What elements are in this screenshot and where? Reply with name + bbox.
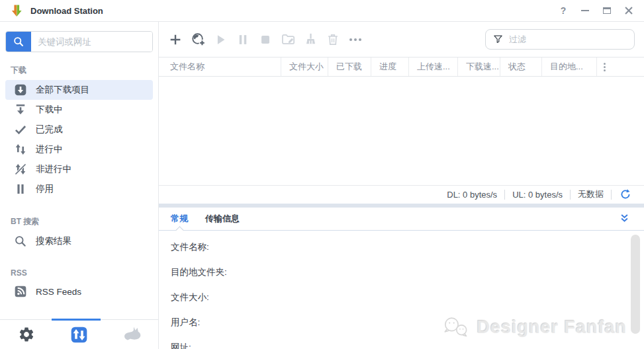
sidebar-item-completed[interactable]: 已完成 <box>5 120 153 139</box>
add-task-button[interactable] <box>164 28 187 51</box>
clear-completed-button[interactable] <box>299 28 322 51</box>
filter-funnel-icon <box>492 34 504 45</box>
sidebar-item-label: 非进行中 <box>36 163 71 175</box>
rss-icon <box>14 285 27 298</box>
search-button[interactable] <box>6 32 31 52</box>
column-header-download-speed[interactable]: 下载速... <box>458 58 500 76</box>
search-icon <box>14 235 27 248</box>
folder-edit-icon <box>281 32 296 47</box>
sidebar-item-search-results[interactable]: 搜索结果 <box>5 231 153 251</box>
sidebar: 下载 全部下载项目 <box>0 22 159 349</box>
column-header-destination[interactable]: 目的地... <box>542 58 597 76</box>
titlebar: Download Station ? <box>0 0 644 22</box>
table-header: 文件名称 文件大小 已下载 进度 上传速... 下载速... 状态 目的地... <box>159 57 644 77</box>
active-tab-indicator <box>52 319 101 321</box>
ul-speed: UL: 0 bytes/s <box>512 190 563 200</box>
download-square-icon <box>14 83 27 97</box>
sidebar-item-label: 全部下载项目 <box>36 84 89 96</box>
close-button[interactable] <box>623 5 635 17</box>
download-manager-icon <box>70 326 88 344</box>
toolbar <box>159 22 644 57</box>
minimize-button[interactable] <box>579 5 591 17</box>
section-bt-search: BT 搜索 <box>11 216 158 227</box>
delete-button[interactable] <box>322 28 344 51</box>
section-download: 下载 <box>11 65 158 76</box>
broom-icon <box>303 32 318 47</box>
tab-transfer-info[interactable]: 传输信息 <box>205 213 240 225</box>
sidebar-item-label: 停用 <box>36 183 54 195</box>
collapse-panel-button[interactable] <box>616 211 632 227</box>
field-destination-folder: 目的地文件夹: <box>171 266 644 278</box>
column-header-status[interactable]: 状态 <box>500 58 542 76</box>
filter-input[interactable] <box>509 34 627 44</box>
sidebar-item-rss-feeds[interactable]: RSS Feeds <box>5 282 153 301</box>
divider <box>504 190 505 200</box>
double-chevron-down-icon <box>618 212 631 225</box>
task-list[interactable] <box>159 77 644 185</box>
check-icon <box>14 123 27 136</box>
field-filename: 文件名称: <box>171 241 644 253</box>
divider <box>611 190 612 200</box>
detail-panel: 文件名称: 目的地文件夹: 文件大小: 用户名: 网址: 创建时间: <box>159 231 644 349</box>
vertical-scrollbar[interactable] <box>631 235 640 334</box>
plus-icon <box>168 32 183 47</box>
stop-button[interactable] <box>254 28 277 51</box>
more-actions-button[interactable] <box>344 28 367 51</box>
maximize-button[interactable] <box>601 5 613 17</box>
column-header-downloaded[interactable]: 已下载 <box>328 58 371 76</box>
maximize-icon <box>603 7 611 14</box>
download-manager-tab[interactable] <box>68 323 90 346</box>
column-settings-button[interactable] <box>597 58 644 76</box>
gear-icon <box>18 326 35 343</box>
play-icon <box>213 32 228 47</box>
sidebar-item-label: 已完成 <box>36 124 63 136</box>
search-icon <box>13 36 24 48</box>
sidebar-item-downloading[interactable]: 下载中 <box>5 100 153 120</box>
window-title: Download Station <box>30 6 103 16</box>
pause-icon <box>14 182 27 196</box>
close-icon <box>625 7 633 15</box>
divider <box>570 190 571 200</box>
column-header-upload-speed[interactable]: 上传速... <box>409 58 458 76</box>
sidebar-item-label: RSS Feeds <box>36 287 81 297</box>
detail-tabbar: 常规 传输信息 <box>159 208 644 231</box>
search-input[interactable] <box>31 32 153 52</box>
refresh-icon <box>620 188 631 200</box>
add-url-button[interactable] <box>187 28 209 51</box>
settings-tab[interactable] <box>15 323 38 346</box>
sidebar-item-active[interactable]: 进行中 <box>5 139 153 159</box>
sidebar-item-label: 搜索结果 <box>36 235 71 247</box>
emule-tab[interactable] <box>120 323 143 346</box>
stop-icon <box>258 32 273 47</box>
column-header-progress[interactable]: 进度 <box>371 58 409 76</box>
trash-icon <box>326 32 340 47</box>
resume-button[interactable] <box>209 28 232 51</box>
sidebar-item-all-downloads[interactable]: 全部下载项目 <box>5 80 153 100</box>
sidebar-bottom-tabs <box>0 319 158 349</box>
field-filesize: 文件大小: <box>171 291 644 303</box>
dl-speed: DL: 0 bytes/s <box>447 190 497 200</box>
download-station-app-icon <box>9 3 24 18</box>
field-username: 用户名: <box>171 317 644 329</box>
ellipsis-icon <box>349 38 361 41</box>
download-station-window: Download Station ? 下载 <box>0 0 644 349</box>
refresh-button[interactable] <box>619 188 632 201</box>
sidebar-item-inactive[interactable]: 非进行中 <box>5 159 153 179</box>
help-button[interactable]: ? <box>557 5 569 17</box>
pause-button[interactable] <box>232 28 254 51</box>
tab-general[interactable]: 常规 <box>171 213 188 225</box>
emule-icon <box>122 325 141 344</box>
column-header-filename[interactable]: 文件名称 <box>159 58 281 76</box>
minimize-icon <box>581 10 589 11</box>
sidebar-item-stopped[interactable]: 停用 <box>5 179 153 199</box>
pause-icon <box>236 32 250 47</box>
main-panel: 文件名称 文件大小 已下载 进度 上传速... 下载速... 状态 目的地...… <box>159 22 644 349</box>
sidebar-item-label: 进行中 <box>36 143 63 155</box>
section-rss: RSS <box>11 268 158 278</box>
column-header-filesize[interactable]: 文件大小 <box>281 58 328 76</box>
filter-box <box>485 29 635 50</box>
edit-destination-button[interactable] <box>277 28 299 51</box>
up-down-arrows-icon <box>14 143 27 156</box>
field-url: 网址: <box>171 342 644 349</box>
statusbar: DL: 0 bytes/s UL: 0 bytes/s 无数据 <box>159 185 644 204</box>
